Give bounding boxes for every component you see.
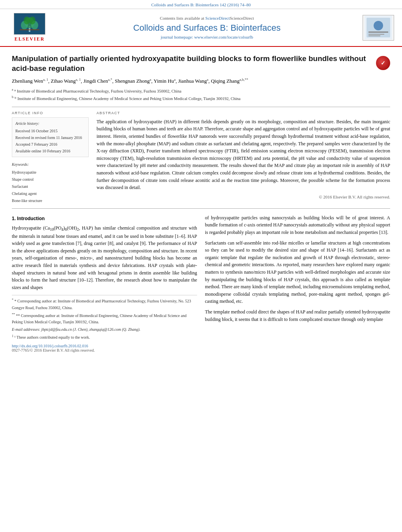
article-title: Manipulation of partially oriented hydro… — [12, 54, 372, 73]
received-date: Received 16 October 2015 — [15, 128, 85, 134]
sciencedirect-link[interactable]: ScienceDirect — [205, 16, 230, 20]
article-info: ARTICLE INFO Article history: Received 1… — [12, 111, 89, 204]
journal-title-block: Contents lists available at ScienceDirec… — [51, 16, 363, 39]
svg-rect-12 — [368, 35, 380, 36]
doi-line[interactable]: http://dx.doi.org/10.1016/j.colsurfb.201… — [12, 344, 197, 348]
journal-citation-bar: Colloids and Surfaces B: Biointerfaces 1… — [0, 0, 402, 9]
affiliations: a ᵃ Institute of Biomedical and Pharmace… — [12, 87, 390, 102]
svg-point-5 — [29, 17, 35, 24]
elsevier-logo: ELSEVIER — [8, 13, 51, 42]
footnotes-section: * * Corresponding author at: Institute o… — [12, 295, 197, 341]
copyright-line: © 2016 Elsevier B.V. All rights reserved… — [97, 195, 390, 199]
journal-header: ELSEVIER Contents lists available at Sci… — [0, 9, 402, 47]
abstract-text: The application of hydroxyapatite (HAP) … — [97, 118, 390, 191]
article-history-box: Article history: Received 16 October 201… — [12, 117, 89, 157]
elsevier-tree-logo — [14, 13, 45, 35]
keywords-label: Keywords: — [12, 161, 89, 168]
keyword-5: Bone-like structure — [12, 197, 89, 204]
crossmark-badge[interactable]: ✓ — [376, 56, 390, 70]
keyword-4: Chelating agent — [12, 190, 89, 197]
article-area: Manipulation of partially oriented hydro… — [0, 47, 402, 352]
issn-line: 0927-7765/© 2016 Elsevier B.V. All right… — [12, 348, 197, 352]
abstract-title: ABSTRACT — [97, 111, 390, 115]
keyword-1: Hydroxyapatite — [12, 169, 89, 176]
body-col-left: 1. Introduction Hydroxyapatite (Ca10(PO4… — [12, 214, 197, 353]
intro-para-right2: Surfactants can self-assemble into rod-l… — [205, 239, 390, 305]
journal-name-heading: Colloids and Surfaces B: Biointerfaces — [51, 23, 363, 33]
svg-point-4 — [24, 17, 30, 24]
received-revised-date: Received in revised form 11 January 2016 — [15, 134, 85, 141]
title-divider — [12, 107, 390, 107]
accepted-date: Accepted 7 February 2016 — [15, 141, 85, 148]
info-abstract-section: ARTICLE INFO Article history: Received 1… — [12, 111, 390, 204]
abstract-divider — [12, 208, 390, 209]
abstract-section: ABSTRACT The application of hydroxyapati… — [97, 111, 390, 204]
footnote-1: 1 ¹ These authors contributed equally to… — [12, 334, 197, 341]
keywords-section: Keywords: Hydroxyapatite Shape control S… — [12, 161, 89, 204]
homepage-url[interactable]: www.elsevier.com/locate/colsurfb — [194, 35, 253, 39]
footnote-double-star: ** ** Corresponding author at: Institute… — [12, 312, 197, 325]
article-title-section: Manipulation of partially oriented hydro… — [12, 47, 390, 77]
keyword-2: Shape control — [12, 176, 89, 183]
footnote-star: * * Corresponding author at: Institute o… — [12, 298, 197, 311]
contents-line: Contents lists available at ScienceDirec… — [51, 16, 363, 20]
article-info-title: ARTICLE INFO — [12, 111, 89, 115]
history-label: Article history: — [15, 120, 85, 127]
footnote-email: E-mail addresses: jbptcjd@fzu.edu.cn (J.… — [12, 326, 197, 333]
elsevier-label: ELSEVIER — [15, 36, 45, 42]
journal-cover-image — [363, 15, 394, 41]
svg-rect-11 — [368, 34, 384, 35]
body-col-right: of hydroxyapatite particles using nanocr… — [205, 214, 390, 353]
intro-para1: Hydroxyapatite (Ca10(PO4)6(OH)2, HAP) ha… — [12, 224, 197, 291]
svg-point-9 — [374, 21, 383, 30]
affiliation-b: b ᵇ Institute of Biomedical Engineering,… — [12, 95, 390, 102]
affiliation-a: a ᵃ Institute of Biomedical and Pharmace… — [12, 87, 390, 95]
authors-line: Zhenliang Wena, 1, Zihao Wanga, 1, Jingd… — [12, 77, 390, 85]
body-columns: 1. Introduction Hydroxyapatite (Ca10(PO4… — [12, 214, 390, 353]
svg-rect-10 — [368, 32, 388, 33]
intro-heading: 1. Introduction — [12, 216, 197, 221]
intro-para-right3: The template method could direct the sha… — [205, 308, 390, 323]
available-date: Available online 10 February 2016 — [15, 148, 85, 154]
keyword-3: Surfactant — [12, 183, 89, 190]
svg-rect-6 — [20, 29, 39, 30]
journal-citation-text: Colloids and Surfaces B: Biointerfaces 1… — [151, 2, 251, 7]
intro-para-right1: of hydroxyapatite particles using nanocr… — [205, 214, 390, 236]
journal-homepage-line: journal homepage: www.elsevier.com/locat… — [51, 35, 363, 39]
